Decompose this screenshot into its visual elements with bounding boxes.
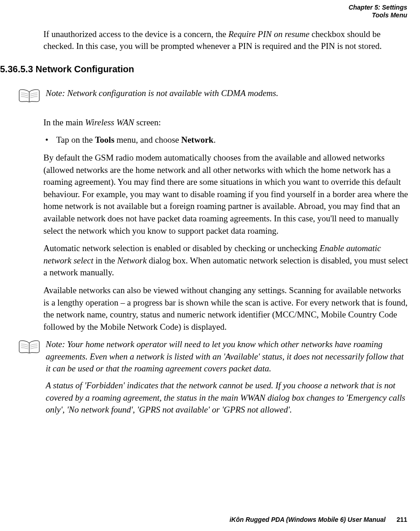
p3-mid: in the [93,256,117,265]
p3-pre: Automatic network selection is enabled o… [43,243,319,253]
bullet-pre: Tap on the [56,135,95,145]
page-number: 211 [397,516,407,523]
paragraph-4: Available networks can also be viewed wi… [43,284,409,333]
header-chapter: Chapter 5: Settings [0,4,407,11]
note-1-text: Note: Network configuration is not avail… [46,87,409,100]
paragraph-2: By default the GSM radio modem automatic… [43,152,409,237]
p3-italic2: Network [117,256,146,265]
book-icon [18,339,40,354]
note-2-text: Note: Your home network operator will ne… [46,338,409,421]
note-block-1: Note: Network configuration is not avail… [18,87,409,103]
p1-post: screen: [134,118,161,127]
bullet-bold-2: Network [181,135,213,145]
intro-italic: Require PIN on resume [229,29,309,39]
note-block-2: Note: Your home network operator will ne… [18,338,409,421]
manual-title: iKôn Rugged PDA (Windows Mobile 6) User … [229,516,386,523]
paragraph-1: In the main Wireless WAN screen: [43,117,409,129]
note-label: Note: [46,339,65,349]
note-2-p2: A status of 'Forbidden' indicates that t… [46,380,409,416]
bullet-post: . [213,135,216,145]
p1-italic: Wireless WAN [85,118,134,127]
section-number: 5.36.5.3 [0,64,33,74]
bullet-item: Tap on the Tools menu, and choose Networ… [43,134,409,146]
note-1-body: Network configuration is not available w… [67,88,278,98]
p1-pre: In the main [43,118,85,127]
page-footer: iKôn Rugged PDA (Windows Mobile 6) User … [229,515,407,525]
bullet-bold-1: Tools [95,135,115,145]
intro-pre: If unauthorized access to the device is … [43,29,229,39]
paragraph-3: Automatic network selection is enabled o… [43,242,409,279]
page-content: If unauthorized access to the device is … [0,19,420,421]
intro-paragraph: If unauthorized access to the device is … [43,28,409,53]
book-icon [18,88,40,103]
note-label: Note: [46,88,65,98]
section-heading: 5.36.5.3 Network Configuration [0,63,409,75]
section-title: Network Configuration [36,64,134,74]
bullet-mid: menu, and choose [114,135,181,145]
page-header: Chapter 5: Settings Tools Menu [0,0,420,19]
header-section: Tools Menu [0,11,407,19]
note-2-p1: Your home network operator will need to … [46,339,404,373]
